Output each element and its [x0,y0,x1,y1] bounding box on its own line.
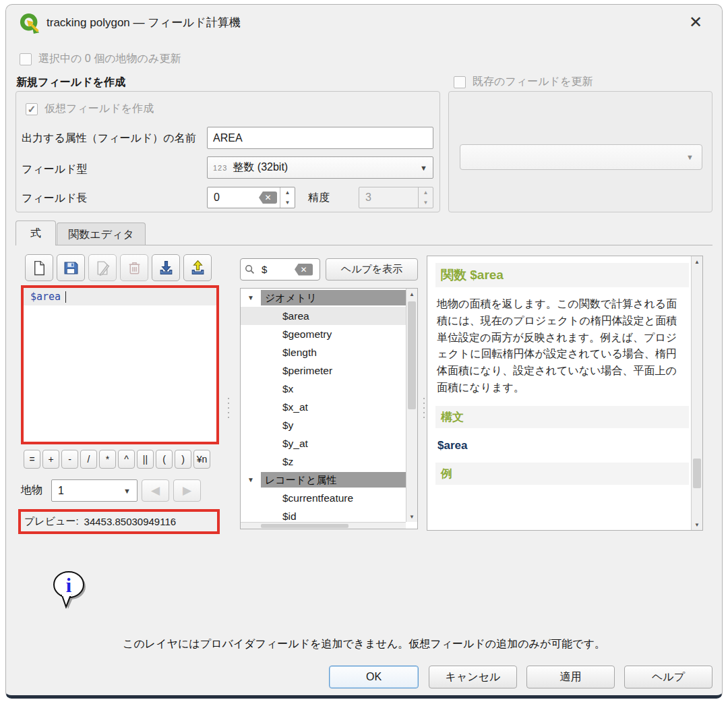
title-bar: tracking polygon — フィールド計算機 ✕ [6,5,722,40]
scrollbar-thumb[interactable] [693,459,701,488]
expression-code-line: $area [24,288,216,305]
help-title: 関数 $area [441,268,504,282]
feature-label: 地物 [21,483,42,498]
output-field-name-label: 出力する属性（フィールド）の名前 [22,127,196,149]
tree-item-length[interactable]: $length [241,343,406,361]
virtual-field-label: 仮想フィールドを作成 [44,102,154,116]
ok-button[interactable]: OK [329,666,419,688]
splitter-handle[interactable] [422,388,426,428]
new-field-groupbox: ✓ 仮想フィールドを作成 出力する属性（フィールド）の名前 フィールド型 123… [16,91,440,212]
operator-concat-button[interactable]: || [137,450,154,469]
qgis-logo-icon [20,13,40,34]
only-selected-checkbox-row: 選択中の 0 個の地物のみ更新 [20,52,181,66]
help-scrollbar[interactable]: ▲ ▼ [691,256,702,530]
export-expression-button[interactable] [183,254,212,281]
field-type-value: 整数 (32bit) [233,160,288,175]
output-field-name-input[interactable] [207,127,433,149]
new-expression-button[interactable] [25,254,53,281]
tree-item-y[interactable]: $y [241,416,406,434]
clear-search-icon[interactable]: ✕ [295,264,313,276]
operator-newline-button[interactable]: ¥n [193,450,210,469]
tree-item-y-at[interactable]: $y_at [241,434,406,452]
feature-row: 地物 1 ▼ ◀ ▶ [21,479,201,502]
import-icon [158,260,175,276]
tree-group-geometry[interactable]: ▼ ジオメトリ [241,289,406,306]
operator-minus-button[interactable]: - [61,450,78,469]
info-bubble-icon: i [51,568,90,610]
help-button[interactable]: ヘルプ [624,666,712,688]
tree-scrollbar[interactable]: ▲ ▼ [406,289,417,522]
clear-icon[interactable]: ✕ [259,192,277,204]
operator-divide-button[interactable]: / [80,450,97,469]
only-selected-checkbox[interactable] [20,53,32,65]
svg-text:i: i [66,574,71,596]
tree-expand-icon[interactable]: ▼ [241,294,261,301]
close-icon[interactable]: ✕ [686,12,706,32]
tab-divider [16,245,712,245]
operator-plus-button[interactable]: + [42,450,59,469]
only-selected-label: 選択中の 0 個の地物のみ更新 [38,52,181,66]
field-type-label: フィールド型 [22,158,88,180]
function-search-box[interactable]: $ ✕ [240,258,320,281]
show-help-button[interactable]: ヘルプを表示 [326,258,418,281]
feature-combobox[interactable]: 1 ▼ [51,479,138,502]
syntax-heading: 構文 [441,411,464,423]
next-feature-button: ▶ [173,479,201,502]
expression-code: $area [30,291,61,303]
scrollbar-thumb[interactable] [261,524,348,528]
tree-item-x[interactable]: $x [241,380,406,398]
spin-up-icon[interactable]: ▲ [280,187,295,198]
update-existing-checkbox[interactable] [454,76,466,88]
spin-down-icon: ▼ [419,198,433,208]
scroll-down-icon[interactable]: ▼ [406,511,417,522]
tree-expand-icon[interactable]: ▼ [241,476,261,483]
operator-equals-button[interactable]: = [24,450,40,469]
save-expression-button[interactable] [57,254,85,281]
syntax-code: $area [437,439,685,452]
tree-item-currentfeature[interactable]: $currentfeature [241,489,406,507]
tab-function-editor[interactable]: 関数エディタ [57,223,146,245]
tree-horizontal-scrollbar[interactable] [241,522,406,529]
tree-item-geometry[interactable]: $geometry [241,325,406,343]
field-length-label: フィールド長 [22,187,88,209]
chevron-down-icon: ▼ [686,153,694,161]
operator-close-paren-button[interactable]: ) [175,450,191,469]
spin-up-icon: ▲ [419,187,433,198]
tree-item-x-at[interactable]: $x_at [241,398,406,416]
operator-open-paren-button[interactable]: ( [156,450,173,469]
expression-editor[interactable]: $area [21,285,219,444]
scroll-up-icon[interactable]: ▲ [692,256,702,267]
virtual-field-checkbox[interactable]: ✓ [26,103,38,115]
function-tree-rows: ▼ ジオメトリ $area $geometry $length $perimet… [241,289,406,522]
apply-button[interactable]: 適用 [526,666,615,688]
cancel-button[interactable]: キャンセル [429,666,517,688]
tree-item-perimeter[interactable]: $perimeter [241,361,406,380]
spin-down-icon[interactable]: ▼ [280,198,295,208]
tree-group-label: レコードと属性 [261,472,406,488]
field-length-spinbox[interactable]: 0 ✕ ▲ ▼ [207,187,295,208]
save-icon [63,260,80,276]
operator-multiply-button[interactable]: * [99,450,116,469]
pencil-icon [94,260,111,276]
tree-group-record-attributes[interactable]: ▼ レコードと属性 [241,471,406,488]
search-input-value[interactable]: $ [262,264,288,275]
export-icon [189,260,206,276]
operator-power-button[interactable]: ^ [118,450,135,469]
field-calculator-dialog: tracking polygon — フィールド計算機 ✕ 選択中の 0 個の地… [5,4,723,699]
tab-expression[interactable]: 式 [16,220,56,245]
tree-item-area[interactable]: $area [241,307,406,325]
scroll-up-icon[interactable]: ▲ [406,289,417,299]
feature-value: 1 [58,485,64,497]
scroll-down-icon[interactable]: ▼ [692,519,702,530]
preview-label: プレビュー: [24,515,79,528]
example-heading: 例 [441,467,452,480]
tree-item-z[interactable]: $z [241,452,406,471]
new-file-icon [31,260,48,276]
precision-value: 3 [359,192,418,204]
chevron-down-icon: ▼ [123,487,131,495]
import-expression-button[interactable] [152,254,180,281]
scrollbar-thumb[interactable] [408,301,416,409]
splitter-handle[interactable] [226,388,231,428]
field-type-combobox[interactable]: 123 整数 (32bit) ▼ [207,156,433,179]
edit-expression-button [88,254,117,281]
